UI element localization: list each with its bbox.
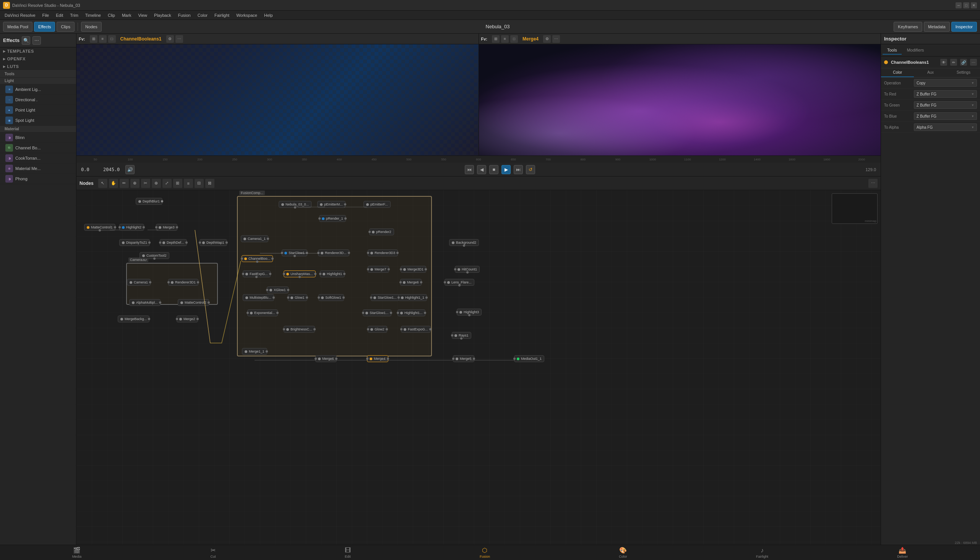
nodes-button[interactable]: Nodes — [81, 22, 102, 32]
spot-light-tool[interactable]: ◉ Spot Light — [0, 115, 76, 126]
node-cut-tool[interactable]: ✂ — [141, 179, 150, 188]
inspector-node-link-btn[interactable]: 🔗 — [960, 59, 967, 66]
inspector-node-edit-btn[interactable]: ✏ — [950, 59, 957, 66]
node-disparitytoz1[interactable]: DisparityToZ1 — [119, 239, 150, 246]
menu-item-clip[interactable]: Clip — [105, 12, 118, 18]
menu-item-trim[interactable]: Trim — [67, 12, 82, 18]
node-lensflare[interactable]: Lens_Flare... — [444, 279, 474, 286]
node-pan-tool[interactable]: ✋ — [109, 179, 118, 188]
node-glow1[interactable]: Glow1 — [288, 294, 307, 301]
inspector-node-more-btn[interactable]: ⋯ — [970, 59, 977, 66]
node-depthmap1[interactable]: DepthMap1 — [200, 239, 227, 246]
node-arrange-tool[interactable]: ⊟ — [195, 179, 204, 188]
node-starglow1[interactable]: StarGlow1 — [282, 250, 307, 256]
right-viewer-btn1[interactable]: ⊞ — [492, 35, 499, 43]
ambient-light-tool[interactable]: ☀ Ambient Lig... — [0, 84, 76, 95]
node-highlight1[interactable]: Highlight1 — [320, 270, 345, 277]
node-merge3[interactable]: Merge3 — [156, 224, 177, 231]
menu-item-playback[interactable]: Playback — [151, 12, 174, 18]
node-prender2[interactable]: pRender2 — [369, 228, 394, 235]
node-layout-tool[interactable]: ≡ — [184, 179, 193, 188]
node-channelbooleans-left[interactable]: ChannelBoo... — [242, 255, 273, 262]
inspector-node-view-btn[interactable]: 👁 — [940, 59, 947, 66]
node-pemitterm[interactable]: pEmitterM... — [317, 201, 346, 208]
menu-item-edit[interactable]: Edit — [53, 12, 66, 18]
node-exponential[interactable]: Exponential... — [247, 309, 278, 316]
goto-end-button[interactable]: ⏭ — [514, 165, 523, 174]
keyframes-button[interactable]: Keyframes — [893, 22, 922, 32]
prop-operation-value[interactable]: Copy ▼ — [914, 79, 977, 87]
node-brightnessc[interactable]: BrightnessC... — [284, 326, 315, 333]
node-hitcount1[interactable]: HitCount1 — [455, 266, 480, 273]
node-more-button[interactable]: ⋯ — [868, 179, 878, 188]
clips-button[interactable]: Clips — [57, 22, 74, 32]
menu-item-fairlight[interactable]: Fairlight — [211, 12, 232, 18]
node-background2[interactable]: Background2 — [449, 239, 479, 246]
node-select-tool[interactable]: ↖ — [98, 179, 107, 188]
node-rays1[interactable]: Rays1 — [452, 332, 471, 339]
close-button[interactable]: ✕ — [971, 2, 977, 8]
prop-to-red-value[interactable]: Z Buffer FG ▼ — [914, 90, 977, 98]
menu-item-timeline[interactable]: Timeline — [82, 12, 104, 18]
cooktorrance-material[interactable]: ◑ CookTorran... — [0, 153, 76, 163]
inspector-tab-tools[interactable]: Tools — [883, 46, 902, 55]
loop-button[interactable]: ↺ — [526, 165, 535, 174]
maximize-button[interactable]: □ — [963, 2, 969, 8]
blinn-material[interactable]: ◑ Blinn — [0, 133, 76, 143]
directional-light-tool[interactable]: → Directional . — [0, 95, 76, 105]
node-merge7[interactable]: Merge7 — [368, 266, 389, 273]
play-button[interactable]: ▶ — [501, 165, 511, 174]
step-back-button[interactable]: ◀ — [477, 165, 486, 174]
phong-material[interactable]: ◑ Phong — [0, 174, 76, 184]
menu-item-mark[interactable]: Mark — [119, 12, 134, 18]
material-merge-material[interactable]: ⊕ Material Me... — [0, 163, 76, 174]
node-unsharpmask[interactable]: UnsharpMas... — [284, 270, 316, 277]
goto-start-button[interactable]: ⏮ — [465, 165, 474, 174]
media-pool-button[interactable]: Media Pool — [3, 22, 32, 32]
tab-color[interactable]: 🎨 Color — [609, 545, 636, 560]
node-highlight2[interactable]: Highlight2 — [119, 224, 144, 231]
luts-nav[interactable]: ▶ LUTs — [0, 63, 76, 70]
node-prender1[interactable]: pRender_1 — [319, 215, 346, 222]
node-merge3d1[interactable]: Merge3D1 — [401, 266, 426, 273]
node-merge5[interactable]: Merge5 — [453, 355, 474, 362]
inspector-subtab-settings[interactable]: Settings — [947, 68, 980, 77]
node-camera1[interactable]: Camera1 — [127, 279, 150, 286]
templates-nav[interactable]: ▶ Templates — [0, 47, 76, 55]
tab-cut[interactable]: ✂ Cut — [201, 545, 225, 560]
node-merge1-1[interactable]: Merge1_1 — [242, 348, 267, 355]
left-viewer-btn3[interactable]: □ — [108, 35, 116, 43]
node-pemitterf[interactable]: pEmitterF... — [364, 201, 391, 208]
node-glow2[interactable]: Glow2 — [368, 326, 387, 333]
menu-item-file[interactable]: File — [39, 12, 52, 18]
right-viewer-more[interactable]: ⋯ — [552, 35, 560, 43]
node-multistepblu[interactable]: MultistepBlu... — [243, 294, 274, 301]
node-depthblur1[interactable]: DepthBlur1 — [136, 198, 162, 205]
node-nebula03[interactable]: Nebula_03_0... — [279, 201, 312, 208]
node-starglow2[interactable]: StarGlow1... — [371, 294, 399, 301]
inspector-button[interactable]: Inspector — [951, 22, 977, 32]
left-viewer-btn1[interactable]: ⊞ — [90, 35, 97, 43]
node-paint-tool[interactable]: ✏ — [120, 179, 129, 188]
prop-to-blue-value[interactable]: Z Buffer FG ▼ — [914, 112, 977, 120]
node-highlight1-1[interactable]: Highlight1_1 — [398, 294, 427, 301]
tab-fairlight[interactable]: ♪ Fairlight — [747, 545, 778, 560]
metadata-button[interactable]: Metadata — [924, 22, 950, 32]
node-highlight3[interactable]: Highlight3 — [457, 308, 482, 315]
node-merge-tool[interactable]: ⊞ — [173, 179, 182, 188]
node-xglow1[interactable]: XGlow1 — [267, 287, 289, 293]
inspector-tab-modifiers[interactable]: Modifiers — [902, 46, 929, 55]
node-depthdef[interactable]: DepthDef... — [160, 239, 187, 246]
effects-menu-button[interactable]: ⋯ — [32, 36, 41, 45]
node-alphamultipl[interactable]: AlphaMultipl... — [129, 299, 160, 306]
node-mergebackg[interactable]: MergeBackg... — [118, 315, 149, 322]
node-align-tool[interactable]: ⊠ — [205, 179, 214, 188]
menu-item-color[interactable]: Color — [195, 12, 210, 18]
tab-media[interactable]: 🎬 Media — [63, 545, 91, 560]
menu-item-davinci-resolve[interactable]: DaVinci Resolve — [2, 12, 38, 18]
prop-to-alpha-value[interactable]: Alpha FG ▼ — [914, 123, 977, 131]
right-viewer-btn2[interactable]: ≡ — [501, 35, 509, 43]
node-renderer3d1[interactable]: Renderer3D1 — [168, 279, 199, 286]
node-mattecontrol1[interactable]: MatteControl1 — [84, 224, 115, 231]
node-renderer3d3[interactable]: Renderer3D3 — [368, 250, 398, 256]
